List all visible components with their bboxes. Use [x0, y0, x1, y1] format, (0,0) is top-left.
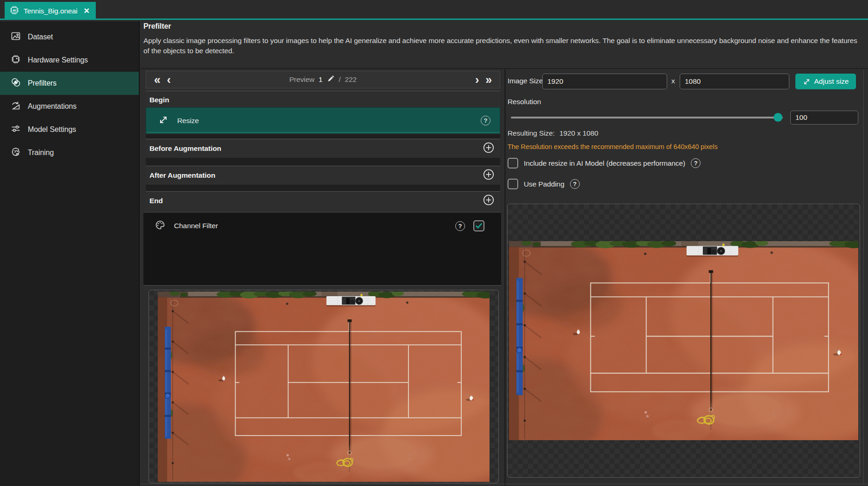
width-input[interactable] [542, 74, 667, 89]
section-label: Before Augmentation [149, 144, 483, 153]
close-icon[interactable]: ✕ [83, 6, 89, 15]
previous-page-icon[interactable]: ‹ [164, 72, 174, 87]
original-image-preview-panel [149, 290, 499, 483]
sidebar-item-augmentations[interactable]: Augmentations [0, 95, 139, 118]
tab-tennis-big[interactable]: AI Tennis_Big.oneai ✕ [5, 2, 96, 20]
palette-icon [155, 219, 166, 232]
use-padding-checkbox[interactable] [508, 179, 518, 189]
image-icon [11, 31, 21, 43]
resulting-size-value: 1920 x 1080 [559, 129, 598, 137]
section-label: Begin [149, 96, 495, 104]
column-divider [504, 69, 506, 486]
ai-chip-icon: AI [9, 5, 19, 17]
sidebar-item-model-settings[interactable]: Model Settings [0, 118, 139, 141]
pipeline-step-resize[interactable]: Resize ? [146, 107, 500, 134]
filters-icon [11, 77, 21, 89]
section-gap [146, 134, 500, 138]
sidebar-item-hardware-settings[interactable]: Hardware Settings [0, 49, 139, 72]
resize-settings-column: Image Size: x Adjust size Resolution Res… [506, 69, 863, 486]
tab-title: Tennis_Big.oneai [24, 7, 77, 15]
resolution-label: Resolution [508, 98, 541, 106]
resize-step-label: Resize [177, 117, 472, 125]
include-resize-checkbox[interactable] [508, 158, 518, 168]
include-resize-row[interactable]: Include resize in AI Model (decreases pe… [508, 158, 701, 168]
sliders-icon [11, 124, 21, 136]
sidebar-item-training[interactable]: Training [0, 141, 139, 164]
adjust-size-button[interactable]: Adjust size [795, 74, 856, 89]
resulting-size-label: Resulting Size: [508, 129, 555, 137]
pipeline-step-channel-filter[interactable]: Channel Filter ? [143, 212, 501, 232]
original-image-preview [158, 292, 490, 482]
help-icon[interactable]: ? [570, 179, 580, 189]
section-gap [146, 185, 500, 191]
resolution-slider-track[interactable] [511, 117, 783, 118]
svg-text:AI: AI [13, 9, 16, 12]
section-begin: Begin [146, 91, 500, 108]
times-label: x [671, 77, 675, 85]
section-gap [146, 158, 500, 166]
sidebar-item-label: Model Settings [28, 125, 76, 134]
channel-filter-checkbox[interactable] [473, 220, 484, 231]
sidebar-item-label: Prefilters [28, 79, 56, 87]
next-page-icon[interactable]: › [472, 72, 482, 87]
preview-navigation-bar: « ‹ Preview 1 / 222 › » [146, 71, 500, 88]
first-page-icon[interactable]: « [151, 72, 164, 87]
use-padding-row[interactable]: Use Padding ? [508, 179, 580, 189]
page-separator: / [339, 75, 341, 84]
height-input[interactable] [680, 74, 789, 89]
resolution-slider-knob[interactable] [774, 113, 782, 122]
last-page-icon[interactable]: » [482, 72, 495, 87]
augmentation-icon [11, 100, 21, 112]
total-pages: 222 [345, 75, 357, 84]
edit-page-icon[interactable] [327, 75, 335, 85]
bottom-divider [140, 484, 868, 484]
section-label: After Augmentation [149, 171, 483, 180]
channel-filter-label: Channel Filter [174, 222, 447, 230]
resolution-input[interactable] [790, 111, 858, 125]
help-icon[interactable]: ? [455, 221, 465, 231]
page-description: Apply classic image processing filters t… [143, 36, 863, 56]
preview-label: Preview [289, 75, 314, 84]
sidebar-item-dataset[interactable]: Dataset [0, 25, 139, 49]
add-step-icon[interactable] [483, 168, 495, 182]
sidebar-item-label: Dataset [28, 33, 53, 41]
pipeline-column: « ‹ Preview 1 / 222 › » Begin Resize ? B… [140, 69, 504, 486]
sidebar: Dataset Hardware Settings Prefilters Aug… [0, 21, 140, 486]
section-before-augmentation[interactable]: Before Augmentation [146, 139, 500, 158]
chip-icon [11, 54, 21, 66]
use-padding-label: Use Padding [524, 180, 564, 188]
brain-icon [11, 147, 21, 159]
page-title: Prefilter [143, 22, 863, 31]
prefilter-header: Prefilter Apply classic image processing… [143, 22, 863, 56]
sidebar-item-label: Hardware Settings [28, 56, 88, 64]
add-step-icon[interactable] [483, 142, 495, 156]
section-after-augmentation[interactable]: After Augmentation [146, 166, 500, 185]
current-page-number: 1 [319, 75, 323, 84]
resize-icon [158, 115, 168, 127]
end-steps-panel: Channel Filter ? [143, 212, 501, 286]
resized-image-preview [509, 241, 858, 440]
sidebar-item-label: Augmentations [28, 102, 76, 111]
sidebar-item-label: Training [28, 149, 54, 157]
image-size-label: Image Size: [508, 77, 545, 85]
adjust-size-label: Adjust size [814, 77, 849, 86]
tab-bar: AI Tennis_Big.oneai ✕ [0, 0, 868, 20]
help-icon[interactable]: ? [691, 158, 701, 168]
section-end[interactable]: End [146, 191, 500, 210]
section-label: End [149, 197, 483, 205]
add-step-icon[interactable] [483, 194, 495, 208]
right-edge-divider [863, 69, 864, 484]
sidebar-item-prefilters[interactable]: Prefilters [0, 72, 139, 95]
help-icon[interactable]: ? [481, 116, 490, 125]
resized-image-preview-panel [507, 204, 860, 478]
include-resize-label: Include resize in AI Model (decreases pe… [524, 159, 685, 168]
resolution-warning: The Resolution exceeds the recommended m… [508, 143, 718, 150]
